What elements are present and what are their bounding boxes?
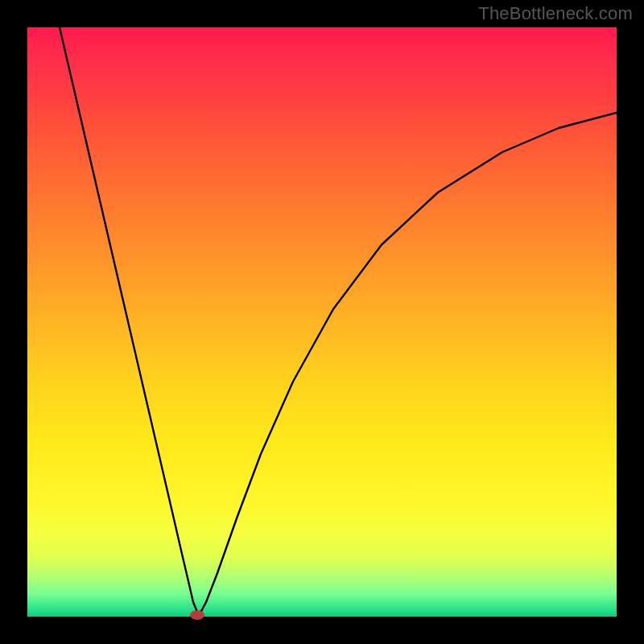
curve-path [60, 27, 617, 616]
optimal-point-marker [190, 610, 204, 620]
plot-area [27, 27, 617, 617]
bottleneck-curve [27, 27, 617, 617]
watermark-text: TheBottleneck.com [478, 3, 633, 24]
